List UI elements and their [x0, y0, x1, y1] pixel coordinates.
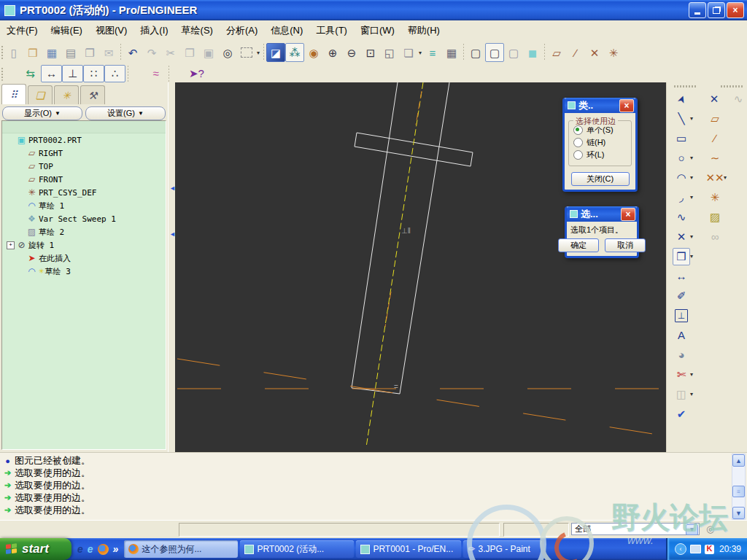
tree-item-part[interactable]: ▣ PRT0002.PRT: [2, 133, 166, 147]
tree-item-sketch-1[interactable]: ◠ 草绘 1: [2, 199, 166, 212]
ie-icon[interactable]: e: [77, 543, 83, 555]
start-button[interactable]: start: [0, 538, 71, 560]
rectangle-tool[interactable]: ▭: [673, 130, 690, 147]
chevron-down-icon[interactable]: ▼: [686, 524, 698, 535]
close-button[interactable]: ×: [727, 2, 744, 18]
menu-item[interactable]: 信息(N): [264, 21, 309, 40]
vertex-display-toggle[interactable]: ∴: [104, 65, 125, 82]
tab-folder-browser[interactable]: ❏: [28, 85, 53, 104]
mirror-tool[interactable]: ◫: [673, 386, 690, 403]
trim-tool[interactable]: ✄: [673, 366, 690, 384]
dropdown-arrow-icon[interactable]: ▾: [690, 391, 697, 397]
task-prt0002[interactable]: PRT0002 (活动...: [240, 540, 354, 558]
selection-filter-combo[interactable]: 全部 ▼: [571, 523, 700, 535]
datum-plane-display-button[interactable]: ▱: [547, 43, 566, 62]
copy-button[interactable]: ❐: [180, 43, 199, 62]
menu-item[interactable]: 帮助(H): [401, 21, 446, 40]
select-tool[interactable]: ➤: [670, 88, 693, 110]
menu-item[interactable]: 分析(A): [220, 21, 264, 40]
tree-item-var-sect-sweep-1[interactable]: ❖ Var Sect Sweep 1: [2, 212, 166, 225]
tree-item-top[interactable]: ▱ TOP: [2, 160, 166, 173]
cancel-button[interactable]: 取消: [605, 238, 646, 252]
datum-plane-tool[interactable]: ▱: [706, 110, 724, 128]
menu-item[interactable]: 插入(I): [133, 21, 174, 40]
dropdown-arrow-icon[interactable]: ▾: [690, 371, 697, 378]
new-button[interactable]: ▯: [4, 43, 23, 62]
saved-views-button[interactable]: ❏: [399, 43, 418, 62]
task-prt0001[interactable]: PRT0001 - Pro/EN...: [356, 540, 461, 558]
dialog-title-bar[interactable]: 选... ×: [567, 206, 637, 222]
curve-ghost-icon[interactable]: ∿: [729, 90, 747, 108]
settings-dropdown-button[interactable]: 设置(G)▼: [85, 106, 166, 120]
point-tool[interactable]: ✕: [673, 228, 690, 246]
text-tool[interactable]: A: [673, 327, 690, 344]
radio-chain[interactable]: 链(H): [573, 136, 628, 149]
tab-model-tree[interactable]: ⠿: [1, 84, 26, 104]
offset-edge-icon[interactable]: ∞: [706, 228, 724, 246]
scroll-down-icon[interactable]: ▼: [732, 507, 745, 519]
point-display-button[interactable]: ✕: [585, 43, 604, 62]
tree-item-sketch-2[interactable]: ▨ 草绘 2: [2, 225, 166, 238]
curve-tool[interactable]: ∼: [706, 149, 724, 167]
radio-loop[interactable]: 环(L): [573, 149, 628, 161]
print-button[interactable]: ▤: [61, 43, 80, 62]
restore-button[interactable]: [708, 2, 725, 18]
undo-button[interactable]: ↶: [123, 43, 142, 62]
csys-display-button[interactable]: ✳: [604, 43, 623, 62]
dialog-title-bar[interactable]: 类.. ×: [565, 98, 635, 113]
dropdown-arrow-icon[interactable]: ▾: [690, 253, 697, 260]
tree-expander[interactable]: +: [7, 241, 15, 249]
dropdown-arrow-icon[interactable]: ▾: [690, 155, 696, 161]
redo-button[interactable]: ↷: [142, 43, 161, 62]
context-help-button[interactable]: ➤?: [186, 65, 207, 82]
no-hidden-button[interactable]: ▢: [504, 43, 523, 62]
orient-sketch-button[interactable]: ⇆: [20, 65, 41, 82]
tree-item-sketch-3[interactable]: ◠ ✳ 草绘 3: [2, 265, 166, 278]
circle-tool[interactable]: ○: [673, 149, 690, 167]
wireframe-button[interactable]: ▢: [466, 43, 485, 62]
menu-item[interactable]: 编辑(E): [44, 21, 89, 40]
cut-button[interactable]: ✂: [161, 43, 180, 62]
show-dropdown-button[interactable]: 显示(O)▼: [2, 106, 82, 120]
modify-tool[interactable]: ✐: [673, 287, 690, 305]
send-mail-button[interactable]: ✉: [99, 43, 118, 62]
centerline-tool[interactable]: ∕: [706, 130, 724, 147]
radio-icon[interactable]: [573, 150, 583, 160]
shaded-button[interactable]: ◼: [523, 43, 542, 62]
menu-item[interactable]: 工具(T): [309, 21, 354, 40]
dropdown-arrow-icon[interactable]: ▾: [690, 194, 696, 201]
datum-axis-display-button[interactable]: ∕: [566, 43, 585, 62]
dropdown-arrow-icon[interactable]: ▾: [690, 174, 696, 181]
find-button[interactable]: ◎: [218, 43, 237, 62]
task-browser[interactable]: 这个参照为何...: [124, 540, 238, 558]
tree-item-revolve-1[interactable]: + ⊘ 旋转 1: [2, 238, 166, 252]
line-tool[interactable]: ╲: [673, 110, 690, 128]
spline-tool[interactable]: ∿: [673, 209, 690, 226]
hide-icons-icon[interactable]: ‹: [675, 543, 686, 555]
menu-item[interactable]: 窗口(W): [354, 21, 401, 40]
paste-button[interactable]: ▣: [199, 43, 218, 62]
reorient-button[interactable]: ◱: [380, 43, 399, 62]
tree-item-front[interactable]: ▱ FRONT: [2, 173, 166, 186]
tab-history[interactable]: ⚒: [80, 85, 105, 104]
dialog-close-button[interactable]: ×: [621, 208, 635, 221]
select-box-button[interactable]: [237, 43, 256, 62]
sketch-view-button[interactable]: ◪: [266, 43, 285, 62]
constraint-display-toggle[interactable]: ⊥: [62, 65, 83, 82]
highlight-overlaps-button[interactable]: ◉: [304, 43, 323, 62]
radio-icon[interactable]: [573, 138, 583, 147]
layers-button[interactable]: ≡: [423, 43, 442, 62]
menu-item[interactable]: 文件(F): [0, 21, 44, 40]
grid-display-toggle[interactable]: ∷: [83, 65, 104, 82]
view-manager-button[interactable]: ▦: [442, 43, 461, 62]
palette-tool[interactable]: ◕: [673, 346, 690, 364]
delete-icon[interactable]: ✕: [705, 90, 723, 108]
scroll-up-icon[interactable]: ▲: [732, 454, 745, 467]
done-button[interactable]: ✔: [673, 405, 690, 423]
radio-icon[interactable]: [573, 125, 583, 135]
chevron-icon[interactable]: »: [113, 543, 119, 555]
antivirus-icon[interactable]: K: [705, 545, 714, 554]
save-button[interactable]: ▦: [42, 43, 61, 62]
save-a-copy-button[interactable]: ❐: [80, 43, 99, 62]
dialog-close-button[interactable]: ×: [619, 99, 634, 112]
